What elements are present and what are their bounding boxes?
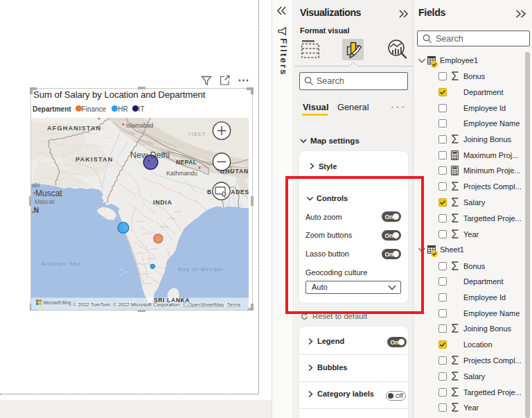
svg-text:© 2022 TomTom, © 2022 Microsof: © 2022 TomTom, © 2022 Microsoft Corporat… xyxy=(73,302,241,308)
svg-text:AFGHANISTAN: AFGHANISTAN xyxy=(47,125,101,132)
svg-text:Kathmandu: Kathmandu xyxy=(166,170,197,177)
svg-text:INDIA: INDIA xyxy=(153,199,172,206)
svg-text:Mascat: Mascat xyxy=(35,198,55,205)
svg-text:Microsoft Bing: Microsoft Bing xyxy=(44,300,71,306)
svg-text:.N: .N xyxy=(32,207,39,214)
svg-text:Bay of Bengal: Bay of Bengal xyxy=(178,266,223,272)
svg-text:Islamabad: Islamabad xyxy=(126,122,153,129)
svg-text:Arabian Sea: Arabian Sea xyxy=(42,261,81,267)
svg-text:Muscat: Muscat xyxy=(35,189,62,198)
svg-text:TIBET: TIBET xyxy=(188,132,206,137)
svg-text:PAKISTAN: PAKISTAN xyxy=(76,156,113,163)
svg-text:abi: abi xyxy=(32,182,39,189)
svg-text:NEPAL: NEPAL xyxy=(176,159,197,166)
